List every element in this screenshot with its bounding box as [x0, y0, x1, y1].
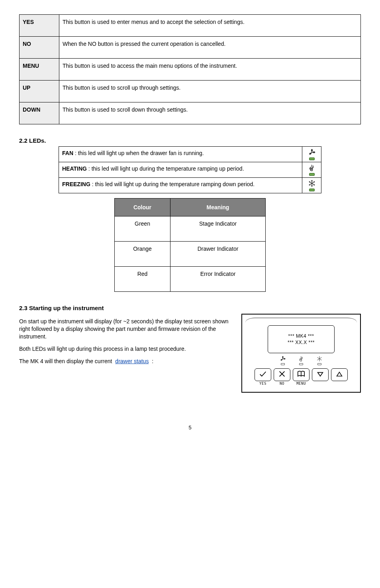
- led-colour-table: Colour Meaning Green Stage Indicator Ora…: [114, 198, 266, 292]
- yes-button[interactable]: [255, 368, 271, 381]
- check-icon: [259, 370, 267, 380]
- no-button-label: NO: [280, 382, 284, 385]
- leds-table: FAN : this led will light up when the dr…: [59, 146, 321, 193]
- table-row: Red Error Indicator: [115, 267, 266, 292]
- menu-button-label: MENU: [296, 382, 306, 385]
- triangle-up-icon: [335, 370, 344, 380]
- button-label-cell: YES: [20, 15, 59, 37]
- column-header: Colour: [115, 199, 170, 216]
- page-number: 5: [19, 425, 361, 431]
- table-row: FREEZING : this led will light up during…: [59, 178, 321, 193]
- fan-icon: [308, 148, 316, 156]
- button-label-cell: NO: [20, 37, 59, 59]
- book-icon: [297, 370, 306, 380]
- down-button[interactable]: [312, 368, 329, 381]
- menu-button[interactable]: [293, 368, 309, 381]
- button-label-cell: MENU: [20, 59, 59, 81]
- colour-cell: Red: [115, 267, 170, 292]
- table-row: MENU This button is used to access the m…: [20, 59, 361, 81]
- led-desc-cell: FREEZING : this led will light up during…: [59, 178, 302, 193]
- button-desc-cell: This button is used to scroll up through…: [59, 81, 361, 102]
- meaning-cell: Stage Indicator: [170, 216, 266, 242]
- table-row: Green Stage Indicator: [115, 216, 266, 242]
- yes-button-label: YES: [259, 382, 266, 385]
- button-desc-cell: This button is used to access the main m…: [59, 59, 361, 81]
- no-button[interactable]: [274, 368, 290, 381]
- button-desc-cell: This button is used to enter menus and t…: [59, 15, 361, 37]
- button-label-cell: UP: [20, 81, 59, 102]
- meaning-cell: Drawer Indicator: [170, 242, 266, 267]
- triangle-down-icon: [316, 370, 325, 380]
- instrument-panel-figure: *** MK4 *** *** XX.X ***: [241, 314, 361, 393]
- led-indicator-icon: [309, 189, 315, 191]
- colour-cell: Orange: [115, 242, 170, 267]
- flame-icon: [298, 356, 304, 362]
- drawer-status-link[interactable]: drawer status: [115, 358, 149, 364]
- panel-heating-indicator: [298, 356, 304, 365]
- column-header: Meaning: [170, 199, 266, 216]
- table-row: DOWN This button is used to scroll down …: [20, 102, 361, 124]
- panel-freezing-indicator: [316, 356, 323, 365]
- up-button[interactable]: [331, 368, 348, 381]
- led-icon-cell: [302, 162, 321, 178]
- table-row: NO When the NO button is pressed the cur…: [20, 37, 361, 59]
- table-row: YES This button is used to enter menus a…: [20, 15, 361, 37]
- lcd-display: *** MK4 *** *** XX.X ***: [268, 325, 335, 353]
- snowflake-icon: [316, 356, 323, 362]
- led-indicator-icon: [309, 173, 315, 176]
- led-desc-cell: HEATING : this led will light up during …: [59, 162, 302, 178]
- button-label-cell: DOWN: [20, 102, 59, 124]
- panel-fan-indicator: [280, 356, 286, 365]
- fan-icon: [280, 356, 286, 362]
- led-indicator-icon: [309, 157, 315, 160]
- table-row: Orange Drawer Indicator: [115, 242, 266, 267]
- button-definitions-table: YES This button is used to enter menus a…: [19, 14, 361, 124]
- button-desc-cell: When the NO button is pressed the curren…: [59, 37, 361, 59]
- colour-cell: Green: [115, 216, 170, 242]
- table-row: HEATING : this led will light up during …: [59, 162, 321, 178]
- svg-point-0: [311, 152, 312, 153]
- starting-up-text: On start up the instrument will display …: [19, 318, 234, 393]
- led-icon-cell: [302, 178, 321, 193]
- led-desc-cell: FAN : this led will light up when the dr…: [59, 147, 302, 162]
- button-desc-cell: This button is used to scroll down throu…: [59, 102, 361, 124]
- led-icon-cell: [302, 147, 321, 162]
- meaning-cell: Error Indicator: [170, 267, 266, 292]
- leds-heading: 2.2 LEDs.: [19, 137, 361, 144]
- cross-icon: [278, 370, 286, 380]
- table-row: FAN : this led will light up when the dr…: [59, 147, 321, 162]
- flame-icon: [308, 164, 316, 172]
- svg-point-1: [282, 358, 284, 360]
- starting-up-heading: 2.3 Starting up the instrument: [19, 305, 361, 311]
- snowflake-icon: [308, 179, 316, 187]
- table-row: UP This button is used to scroll up thro…: [20, 81, 361, 102]
